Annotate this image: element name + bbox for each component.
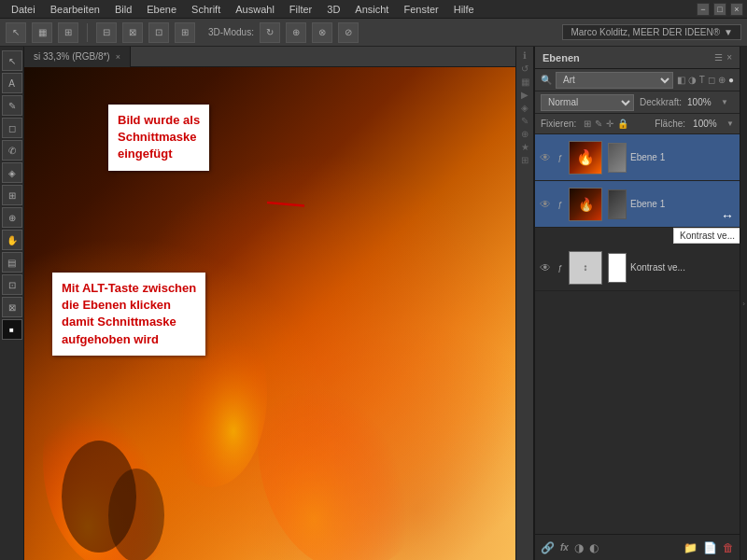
minimize-button[interactable]: − [697, 3, 710, 16]
close-button[interactable]: × [730, 3, 743, 16]
tool-select1[interactable]: ▦ [32, 22, 52, 43]
layer-name: Ebene 1 [630, 199, 736, 209]
filter-pixel-icon[interactable]: ◧ [677, 75, 685, 85]
layer-item[interactable]: 👁 ƒ 🔥 Ebene 1 ↔ Kontrast ve... [535, 181, 740, 228]
play-icon[interactable]: ▶ [521, 90, 529, 100]
filter-smart-icon[interactable]: ⊕ [718, 75, 726, 85]
tab-close-icon[interactable]: × [116, 52, 120, 62]
fire-thumb-icon: 🔥 [576, 148, 595, 166]
layer-item[interactable]: 👁 ƒ ↕ Kontrast ve... [535, 245, 740, 291]
panel-collapse[interactable]: › [740, 47, 747, 560]
layer-visibility-icon[interactable]: 👁 [539, 198, 552, 211]
tool-distribute[interactable]: ⊡ [148, 22, 169, 43]
tool-pointer[interactable]: ↖ [2, 50, 22, 71]
account-dropdown-icon: ▼ [724, 27, 733, 37]
menu-auswahl[interactable]: Auswahl [228, 4, 282, 15]
tool-3d1[interactable]: ↻ [260, 22, 280, 43]
fill-arrow-icon[interactable]: ▼ [726, 119, 734, 128]
add-mask-icon[interactable]: ◑ [574, 541, 584, 554]
lock-pixel-icon[interactable]: ⊞ [584, 119, 591, 129]
new-group-icon[interactable]: 📁 [684, 541, 698, 554]
annotation-box-2: Mit ALT-Taste zwischen die Ebenen klicke… [52, 273, 205, 356]
info-icon[interactable]: ℹ [523, 50, 527, 61]
main-layout: ↖ A ✎ ◻ ✆ ◈ ⊞ ⊕ ✋ ▤ ⊡ ⊠ ■ si 33,3% (RGB/… [0, 47, 747, 560]
brush-icon[interactable]: ✎ [521, 116, 529, 126]
adjustment-icon[interactable]: ◐ [589, 541, 599, 554]
tool-eraser[interactable]: ◈ [2, 162, 22, 183]
tool-select2[interactable]: ⊞ [58, 22, 78, 43]
annotation1-line3: eingefügt [118, 147, 173, 161]
layer-tooltip: Kontrast ve... [673, 228, 740, 244]
canvas-area: si 33,3% (RGB/8*) × [24, 47, 515, 560]
menu-datei[interactable]: Datei [4, 4, 43, 15]
tool-extra1[interactable]: ⊠ [2, 297, 22, 317]
canvas-tab[interactable]: si 33,3% (RGB/8*) × [24, 47, 131, 67]
new-layer-icon[interactable]: 📄 [703, 541, 717, 554]
filter-adjust-icon[interactable]: ◑ [688, 75, 697, 85]
tool-hand[interactable]: ✋ [2, 230, 22, 250]
clone-icon[interactable]: ⊕ [521, 129, 529, 139]
swatches-icon[interactable]: ▦ [521, 77, 529, 87]
lock-all-icon[interactable]: 🔒 [617, 119, 628, 129]
toolbar-separator [87, 23, 88, 42]
layers-menu-icon[interactable]: ☰ [714, 52, 723, 63]
tool-options[interactable]: ⊞ [175, 22, 195, 43]
tool-shape[interactable]: ◻ [2, 118, 22, 138]
cursor-icon: ↔ [721, 208, 734, 223]
maximize-button[interactable]: □ [713, 3, 726, 16]
annotation1-line1: Bild wurde als [118, 113, 200, 127]
fill-label: Fläche: [655, 119, 685, 129]
tool-color-fg[interactable]: ■ [2, 319, 22, 340]
menu-bild[interactable]: Bild [107, 4, 139, 15]
tool-3d2[interactable]: ⊕ [286, 22, 306, 43]
menu-fenster[interactable]: Fenster [396, 4, 445, 15]
tool-zoom[interactable]: ⊕ [2, 207, 22, 228]
filter-text-icon[interactable]: T [699, 75, 705, 85]
layer-item[interactable]: 👁 ƒ 🔥 Ebene 1 [535, 134, 740, 181]
fx-icon[interactable]: fx [560, 542, 569, 553]
tool-3d3[interactable]: ⊗ [312, 22, 332, 43]
tool-paint[interactable]: ✎ [2, 95, 22, 116]
menu-bearbeiten[interactable]: Bearbeiten [43, 4, 107, 15]
menu-filter[interactable]: Filter [282, 4, 319, 15]
history-icon[interactable]: ↺ [521, 63, 529, 74]
layer-mask-thumb3 [608, 253, 627, 283]
paths-icon[interactable]: ◈ [521, 103, 529, 113]
tool-crop[interactable]: ⊞ [2, 185, 22, 205]
filter-toggle[interactable]: ● [728, 75, 734, 85]
account-button[interactable]: Marco Kolditz, MEER DER IDEEN® ▼ [562, 24, 741, 40]
layer-visibility-icon[interactable]: 👁 [539, 151, 552, 164]
tool-move[interactable]: ↖ [6, 22, 26, 43]
style-icon[interactable]: ★ [521, 142, 529, 152]
tool-transform[interactable]: ⊟ [96, 22, 117, 43]
tool-3d-extra[interactable]: ⊡ [2, 274, 22, 295]
opacity-arrow-icon[interactable]: ▼ [721, 98, 728, 106]
annotation1-line2: Schnittmaske [118, 130, 197, 144]
layers-close-icon[interactable]: × [726, 52, 732, 63]
menu-3d[interactable]: 3D [319, 4, 347, 15]
panel-bottom-toolbar: 🔗 fx ◑ ◐ 📁 📄 🗑 [535, 534, 740, 560]
filter-shape-icon[interactable]: ◻ [708, 75, 715, 85]
tab-label: si 33,3% (RGB/8*) [34, 51, 110, 62]
tool-gradient[interactable]: ▤ [2, 252, 22, 273]
blend-mode-select[interactable]: Normal [541, 94, 634, 111]
tool-text[interactable]: A [2, 73, 22, 93]
menu-ansicht[interactable]: Ansicht [347, 4, 396, 15]
layer-visibility-icon[interactable]: 👁 [539, 261, 552, 274]
link-layers-icon[interactable]: 🔗 [541, 541, 555, 554]
grid-icon[interactable]: ⊞ [521, 155, 529, 165]
opacity-label: Deckkraft: [640, 97, 682, 107]
tool-align[interactable]: ⊠ [122, 22, 143, 43]
layer-thumbnail: ↕ [569, 251, 602, 285]
menu-schrift[interactable]: Schrift [184, 4, 228, 15]
lock-paint-icon[interactable]: ✎ [595, 119, 602, 129]
filter-type-select[interactable]: Art [556, 72, 673, 89]
delete-layer-icon[interactable]: 🗑 [723, 541, 734, 554]
lock-icons: ⊞ ✎ ✛ 🔒 [584, 119, 628, 129]
tool-3d4[interactable]: ⊘ [338, 22, 359, 43]
menu-hilfe[interactable]: Hilfe [446, 4, 482, 15]
layer-name: Ebene 1 [630, 152, 736, 162]
tool-eyedropper[interactable]: ✆ [2, 140, 22, 161]
lock-move-icon[interactable]: ✛ [606, 119, 613, 129]
menu-ebene[interactable]: Ebene [139, 4, 184, 15]
